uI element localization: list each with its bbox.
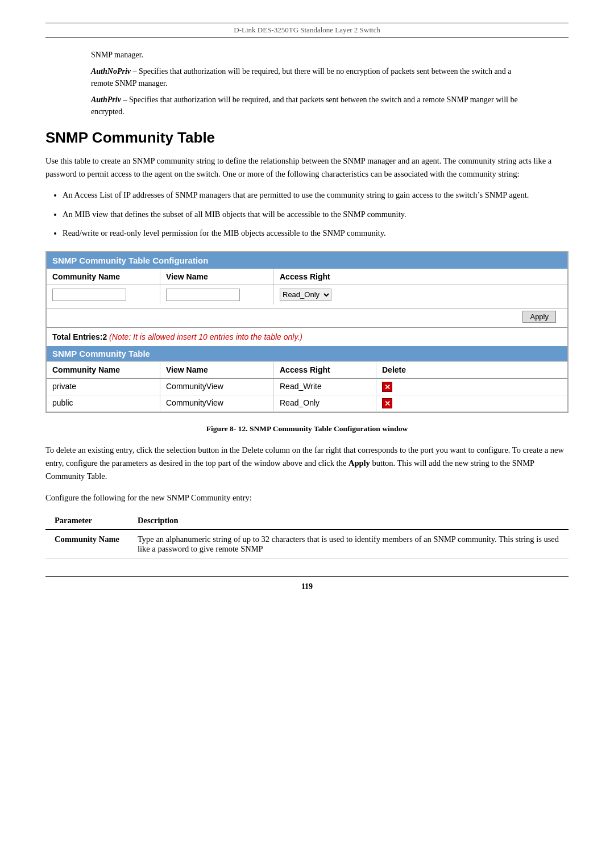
- authnopriv-para: AuthNoPriv – Specifies that authorizatio…: [91, 65, 523, 89]
- table-row: private CommunityView Read_Write ✕: [47, 379, 567, 395]
- data-col-head-community: Community Name: [47, 362, 160, 378]
- config-box-title: SNMP Community Table Configuration: [47, 252, 567, 269]
- bullet-list: An Access List of IP addresses of SNMP m…: [63, 189, 569, 240]
- community-name-cell: [47, 285, 160, 304]
- view-name-input[interactable]: [166, 289, 240, 301]
- col-head-access: Access Right: [274, 269, 567, 285]
- header-text: D-Link DES-3250TG Standalone Layer 2 Swi…: [234, 26, 380, 34]
- param-table: Parameter Description Community Name Typ…: [45, 512, 569, 559]
- page-header: D-Link DES-3250TG Standalone Layer 2 Swi…: [45, 23, 569, 37]
- authpriv-dash: –: [121, 95, 129, 104]
- table-row: public CommunityView Read_Only ✕: [47, 395, 567, 412]
- total-entries-note: (Note: It is allowed insert 10 entries i…: [109, 332, 302, 341]
- figure-caption: Figure 8- 12. SNMP Community Table Confi…: [45, 424, 569, 433]
- description-text: To delete an existing entry, click the s…: [45, 444, 569, 483]
- intro-block: SNMP manager. AuthNoPriv – Specifies tha…: [45, 49, 569, 118]
- row2-delete-button[interactable]: ✕: [382, 398, 392, 408]
- data-header-row: Community Name View Name Access Right De…: [47, 361, 567, 379]
- param-table-header-row: Parameter Description: [45, 512, 569, 529]
- row2-community: public: [47, 395, 160, 411]
- authpriv-label: AuthPriv: [91, 95, 121, 104]
- apply-button[interactable]: Apply: [522, 311, 556, 323]
- config-box: SNMP Community Table Configuration Commu…: [45, 251, 569, 413]
- section-title: SNMP Community Table: [45, 129, 569, 147]
- col-head-view: View Name: [160, 269, 274, 285]
- data-col-head-access: Access Right: [274, 362, 376, 378]
- row1-community: private: [47, 379, 160, 395]
- row1-delete-button[interactable]: ✕: [382, 382, 392, 392]
- desc-bold: Apply: [349, 458, 370, 468]
- page-container: D-Link DES-3250TG Standalone Layer 2 Swi…: [0, 0, 614, 625]
- bullet-item-2: An MIB view that defines the subset of a…: [63, 208, 569, 221]
- config-input-row: Read_Only Read_Write: [47, 285, 567, 308]
- col-head-community: Community Name: [47, 269, 160, 285]
- param-name-community: Community Name: [45, 529, 128, 559]
- row2-access: Read_Only: [274, 395, 376, 411]
- param-row-1: Community Name Type an alphanumeric stri…: [45, 529, 569, 559]
- page-number: 119: [45, 576, 569, 591]
- snmp-manager-line: SNMP manager.: [91, 49, 523, 61]
- row1-view: CommunityView: [160, 379, 274, 395]
- param-col-header: Parameter: [45, 512, 128, 529]
- authpriv-para: AuthPriv – Specifies that authorization …: [91, 94, 523, 118]
- authnopriv-dash: –: [131, 67, 139, 76]
- bullet-item-1: An Access List of IP addresses of SNMP m…: [63, 189, 569, 202]
- configure-text: Configure the following for the new SNMP…: [45, 491, 569, 504]
- snmp-table-title: SNMP Community Table: [47, 346, 567, 361]
- row2-delete-cell: ✕: [376, 395, 422, 411]
- desc-col-header: Description: [128, 512, 569, 529]
- bullet-item-3: Read/write or read-only level permission…: [63, 227, 569, 240]
- authnopriv-text: Specifies that authorization will be req…: [91, 67, 511, 87]
- apply-row: Apply: [47, 308, 567, 328]
- param-desc-community: Type an alphanumeric string of up to 32 …: [128, 529, 569, 559]
- body-text: Use this table to create an SNMP communi…: [45, 155, 569, 181]
- data-col-head-view: View Name: [160, 362, 274, 378]
- row1-delete-cell: ✕: [376, 379, 422, 395]
- data-col-head-delete: Delete: [376, 362, 422, 378]
- authpriv-text: Specifies that authorization will be req…: [91, 95, 518, 116]
- community-name-input[interactable]: [52, 289, 126, 301]
- row2-view: CommunityView: [160, 395, 274, 411]
- authnopriv-label: AuthNoPriv: [91, 67, 131, 76]
- view-name-cell: [160, 285, 274, 304]
- total-entries-prefix: Total Entries:2: [52, 332, 109, 341]
- access-right-select[interactable]: Read_Only Read_Write: [280, 289, 331, 301]
- row1-access: Read_Write: [274, 379, 376, 395]
- total-entries: Total Entries:2 (Note: It is allowed ins…: [47, 328, 567, 346]
- config-header-row: Community Name View Name Access Right: [47, 269, 567, 285]
- access-right-cell: Read_Only Read_Write: [274, 285, 567, 308]
